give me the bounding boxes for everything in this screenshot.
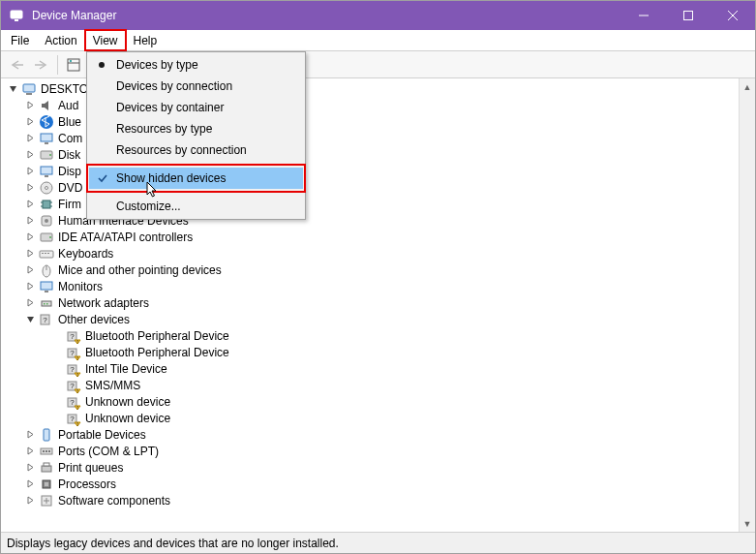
tree-item-child-13-2[interactable]: ?!Intel Tile Device bbox=[5, 360, 755, 377]
expander-closed-icon[interactable] bbox=[24, 494, 37, 507]
tree-item-cat-9[interactable]: Keyboards bbox=[5, 245, 755, 262]
tree-item-child-13-4[interactable]: ?!Unknown device bbox=[5, 393, 755, 410]
expander-closed-icon[interactable] bbox=[24, 280, 37, 292]
vertical-scrollbar[interactable]: ▲ ▼ bbox=[739, 78, 755, 532]
tree-item-label: Com bbox=[58, 132, 82, 145]
svg-rect-3 bbox=[684, 12, 693, 20]
maximize-button[interactable] bbox=[666, 1, 711, 30]
toolbar-properties-button[interactable] bbox=[62, 53, 85, 77]
svg-point-23 bbox=[45, 186, 48, 189]
keyboard-icon bbox=[39, 246, 54, 262]
menu-file[interactable]: File bbox=[3, 30, 37, 50]
software-icon bbox=[39, 493, 54, 508]
menu-item-show-hidden-devices[interactable]: Show hidden devices bbox=[89, 168, 303, 189]
tree-item-label: Other devices bbox=[58, 313, 130, 326]
svg-rect-10 bbox=[70, 60, 72, 62]
tree-item-label: Print queues bbox=[58, 461, 123, 475]
svg-rect-17 bbox=[45, 142, 48, 144]
expander-closed-icon[interactable] bbox=[24, 428, 37, 441]
expander-closed-icon[interactable] bbox=[24, 181, 37, 194]
expander-closed-icon[interactable] bbox=[24, 263, 37, 276]
expander-closed-icon[interactable] bbox=[24, 477, 37, 490]
tree-item-label: DESKTO bbox=[41, 82, 88, 96]
tree-item-child-13-1[interactable]: ?!Bluetooth Peripheral Device bbox=[5, 344, 755, 360]
svg-rect-8 bbox=[68, 59, 79, 71]
expander-closed-icon[interactable] bbox=[24, 445, 37, 457]
expander-closed-icon[interactable] bbox=[24, 165, 37, 177]
hid-icon bbox=[39, 213, 54, 229]
menu-item-label: Show hidden devices bbox=[116, 171, 226, 185]
tree-item-cat-12[interactable]: Network adapters bbox=[5, 294, 755, 311]
bullet-icon bbox=[99, 62, 105, 68]
svg-rect-20 bbox=[41, 167, 52, 174]
unknown-device-icon: ?! bbox=[66, 394, 81, 410]
disk-icon bbox=[39, 147, 54, 163]
unknown-device-icon: ?! bbox=[66, 411, 81, 426]
menu-item-label: Devices by connection bbox=[116, 79, 232, 93]
menu-separator bbox=[91, 192, 301, 193]
svg-rect-16 bbox=[41, 134, 52, 141]
menu-item-devices-by-type[interactable]: Devices by type bbox=[89, 54, 303, 76]
tree-item-child-13-3[interactable]: ?!SMS/MMS bbox=[5, 377, 755, 393]
tree-item-label: Mice and other pointing devices bbox=[58, 263, 222, 277]
expander-closed-icon[interactable] bbox=[24, 247, 37, 260]
tree-item-label: Bluetooth Peripheral Device bbox=[85, 329, 229, 343]
tree-item-cat-13[interactable]: ?Other devices bbox=[5, 311, 755, 327]
menu-item-customize[interactable]: Customize... bbox=[89, 196, 303, 217]
tree-item-label: Disk bbox=[58, 148, 80, 162]
tree-item-label: Firm bbox=[58, 198, 81, 211]
svg-point-73 bbox=[45, 450, 47, 452]
expander-closed-icon[interactable] bbox=[24, 99, 37, 111]
expander-open-icon[interactable] bbox=[7, 82, 19, 95]
tree-item-child-13-0[interactable]: ?!Bluetooth Peripheral Device bbox=[5, 327, 755, 344]
chip-icon bbox=[39, 197, 54, 212]
tree-item-cat-18[interactable]: Software components bbox=[5, 492, 755, 508]
tree-item-cat-16[interactable]: Print queues bbox=[5, 459, 755, 476]
expander-closed-icon[interactable] bbox=[24, 461, 37, 474]
tree-item-cat-15[interactable]: Ports (COM & LPT) bbox=[5, 443, 755, 459]
toolbar-forward-button[interactable] bbox=[30, 53, 53, 77]
toolbar-back-button[interactable] bbox=[5, 53, 28, 77]
expander-closed-icon[interactable] bbox=[24, 231, 37, 243]
tree-item-cat-11[interactable]: Monitors bbox=[5, 278, 755, 294]
tree-item-label: Intel Tile Device bbox=[85, 362, 167, 376]
menu-item-devices-by-connection[interactable]: Devices by connection bbox=[89, 76, 303, 97]
tree-item-cat-8[interactable]: IDE ATA/ATAPI controllers bbox=[5, 229, 755, 245]
svg-point-72 bbox=[43, 450, 45, 452]
title-bar: Device Manager bbox=[1, 1, 755, 30]
menu-view[interactable]: View bbox=[85, 30, 126, 50]
tree-item-label: Software components bbox=[58, 494, 170, 508]
close-button[interactable] bbox=[711, 1, 755, 30]
view-dropdown-menu: Devices by type Devices by connection De… bbox=[86, 51, 306, 220]
expander-closed-icon[interactable] bbox=[24, 214, 37, 227]
menu-item-resources-by-type[interactable]: Resources by type bbox=[89, 118, 303, 139]
svg-rect-35 bbox=[45, 253, 46, 254]
tree-item-label: Disp bbox=[58, 165, 81, 178]
menu-help[interactable]: Help bbox=[126, 30, 166, 50]
tree-item-cat-10[interactable]: Mice and other pointing devices bbox=[5, 262, 755, 278]
svg-rect-76 bbox=[44, 463, 49, 466]
menu-item-label: Devices by container bbox=[116, 101, 224, 114]
expander-closed-icon[interactable] bbox=[24, 148, 37, 161]
menu-action[interactable]: Action bbox=[37, 30, 84, 50]
scroll-up-icon[interactable]: ▲ bbox=[740, 78, 755, 95]
menu-item-resources-by-connection[interactable]: Resources by connection bbox=[89, 139, 303, 161]
tree-item-cat-17[interactable]: Processors bbox=[5, 476, 755, 492]
bluetooth-icon bbox=[39, 114, 54, 130]
scroll-down-icon[interactable]: ▼ bbox=[740, 515, 755, 532]
svg-rect-42 bbox=[44, 303, 45, 305]
expander-open-icon[interactable] bbox=[24, 313, 37, 325]
expander-closed-icon[interactable] bbox=[24, 296, 37, 309]
expander-closed-icon[interactable] bbox=[24, 132, 37, 144]
minimize-button[interactable] bbox=[621, 1, 666, 30]
expander-closed-icon[interactable] bbox=[24, 115, 37, 128]
tree-item-label: Portable Devices bbox=[58, 428, 146, 442]
portable-device-icon bbox=[39, 427, 54, 443]
tree-item-label: Keyboards bbox=[58, 247, 113, 261]
menu-item-devices-by-container[interactable]: Devices by container bbox=[89, 97, 303, 118]
expander-closed-icon[interactable] bbox=[24, 198, 37, 210]
svg-rect-1 bbox=[15, 19, 18, 21]
tree-item-cat-14[interactable]: Portable Devices bbox=[5, 426, 755, 443]
tree-item-label: DVD bbox=[58, 181, 82, 195]
tree-item-child-13-5[interactable]: ?!Unknown device bbox=[5, 410, 755, 426]
